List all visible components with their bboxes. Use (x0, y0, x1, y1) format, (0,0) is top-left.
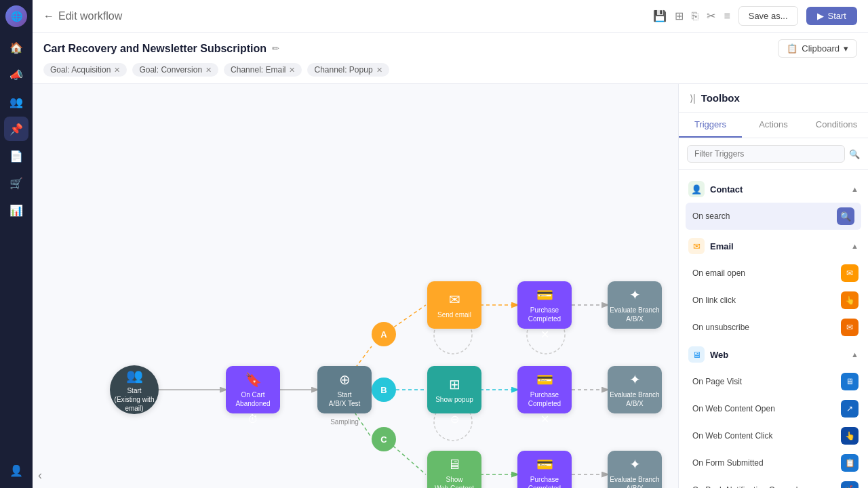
node-eval-2[interactable]: ✦ Evaluate BranchA/B/X (608, 366, 662, 413)
save-as-button[interactable]: Save as... (738, 6, 798, 26)
unsubscribe-label: On unsubscribe (692, 323, 834, 332)
connector-c: C (372, 427, 396, 451)
nav-forms[interactable]: 📄 (4, 144, 28, 168)
push-opened-label: On Push Notification Opened (692, 485, 834, 488)
clipboard-chevron-icon: ▾ (844, 43, 848, 54)
push-opened-icon: 📬 (841, 481, 859, 488)
tag-popup: Channel: Popup ✕ (307, 63, 389, 77)
top-bar: ← Edit workflow 💾 ⊞ ⎘ ✂ ≡ Save as... ▶ S… (33, 0, 868, 33)
tags-row: Goal: Acquisition ✕ Goal: Conversion ✕ C… (43, 63, 857, 77)
main-area: ← Edit workflow 💾 ⊞ ⎘ ✂ ≡ Save as... ▶ S… (33, 0, 868, 488)
canvas-collapse-button[interactable]: ‹ (38, 468, 42, 483)
item-page-visit[interactable]: On Page Visit 🖥 (679, 368, 868, 395)
top-bar-title: Edit workflow (58, 10, 122, 22)
nav-contacts[interactable]: 👥 (4, 89, 28, 114)
remove-tag-conversion[interactable]: ✕ (205, 66, 212, 75)
play-icon: ▶ (817, 11, 824, 21)
toolbox-header: ⟩| Toolbox (679, 84, 868, 113)
contact-chevron-icon: ▲ (851, 185, 859, 193)
toolbar-icons: 💾 ⊞ ⎘ ✂ ≡ (653, 9, 730, 22)
list-icon[interactable]: ≡ (724, 10, 730, 22)
remove-tag-email[interactable]: ✕ (289, 66, 295, 75)
section-web-label: Web (710, 350, 846, 360)
toolbox-body: 👤 Contact ▲ On search 🔍 ✉ Email (679, 170, 868, 488)
section-web-header[interactable]: 🖥 Web ▲ (679, 341, 868, 368)
email-open-icon: ✉ (841, 264, 859, 282)
node-start[interactable]: 👥 Start(Existing withemail) (110, 365, 159, 414)
node-ab-test[interactable]: ⊕ StartA/B/X Test Sampling (317, 366, 372, 413)
item-email-open[interactable]: On email open ✉ (679, 260, 868, 287)
toolbox-panel: ⟩| Toolbox Triggers Actions Conditions 🔍… (678, 84, 868, 488)
save-icon[interactable]: 💾 (653, 9, 667, 22)
item-link-click[interactable]: On link click 👆 (679, 287, 868, 314)
node-purchase-3[interactable]: 💳 PurchaseCompleted ✕ (517, 451, 572, 488)
unsubscribe-icon: ✉ (841, 319, 859, 336)
remove-tag-popup[interactable]: ✕ (376, 66, 382, 75)
tab-conditions[interactable]: Conditions (805, 113, 868, 138)
nav-home[interactable]: 🏠 (4, 35, 28, 60)
connector-b: B (372, 378, 396, 402)
back-button[interactable]: ← Edit workflow (43, 10, 122, 22)
item-push-opened[interactable]: On Push Notification Opened 📬 (679, 476, 868, 488)
on-search-icon: 🔍 (837, 207, 854, 225)
form-submitted-icon: 📋 (841, 454, 859, 472)
nav-analytics[interactable]: 📊 (4, 198, 28, 222)
node-purchase-2[interactable]: 💳 PurchaseCompleted ✕ (517, 366, 572, 413)
on-search-label: On search (692, 211, 830, 221)
form-submitted-label: On Form Submitted (692, 458, 834, 468)
web-content-click-label: On Web Content Click (692, 431, 834, 441)
node-show-popup[interactable]: ⊞ Show popup ⊖ (427, 366, 481, 413)
tag-conversion: Goal: Conversion ✕ (132, 63, 218, 77)
section-email-header[interactable]: ✉ Email ▲ (679, 232, 868, 260)
nav-user[interactable]: 👤 (4, 458, 28, 483)
web-content-click-icon: 👆 (841, 427, 859, 445)
node-eval-1[interactable]: ✦ Evaluate BranchA/B/X (608, 281, 662, 329)
toolbox-title: Toolbox (701, 92, 740, 104)
connector-a: A (372, 322, 396, 346)
node-purchase-1[interactable]: 💳 PurchaseCompleted ✕ (517, 281, 572, 329)
section-email-label: Email (710, 241, 846, 251)
item-form-submitted[interactable]: On Form Submitted 📋 (679, 449, 868, 476)
search-input[interactable] (687, 145, 845, 163)
page-visit-icon: 🖥 (841, 373, 859, 390)
toolbox-tabs: Triggers Actions Conditions (679, 113, 868, 138)
item-on-search[interactable]: On search 🔍 (686, 203, 861, 230)
cut-icon[interactable]: ✂ (707, 9, 715, 22)
node-send-email[interactable]: ✉ Send email (427, 281, 481, 329)
nav-logo: 🌐 (5, 5, 27, 27)
email-open-label: On email open (692, 268, 834, 278)
content-header: Cart Recovery and Newsletter Subscriptio… (33, 33, 868, 84)
link-click-icon: 👆 (841, 291, 859, 309)
copy-icon[interactable]: ⎘ (692, 10, 698, 22)
nav-broadcast[interactable]: 📣 (4, 62, 28, 87)
clipboard-button[interactable]: 📋 Clipboard ▾ (778, 39, 857, 58)
node-eval-3[interactable]: ✦ Evaluate BranchA/B/X (608, 451, 662, 488)
nav-ecommerce[interactable]: 🛒 (4, 171, 28, 195)
nav-workflow[interactable]: 📌 (4, 117, 28, 141)
email-icon: ✉ (688, 238, 705, 254)
page-visit-label: On Page Visit (692, 377, 834, 386)
web-content-open-label: On Web Content Open (692, 404, 834, 413)
canvas-svg (33, 84, 678, 488)
toolbox-search: 🔍 (679, 138, 868, 170)
grid-icon[interactable]: ⊞ (675, 9, 684, 22)
tab-actions[interactable]: Actions (742, 113, 805, 138)
start-button[interactable]: ▶ Start (806, 7, 857, 25)
web-content-open-icon: ↗ (841, 400, 859, 418)
tab-triggers[interactable]: Triggers (679, 113, 742, 138)
tag-email: Channel: Email ✕ (224, 63, 302, 77)
workflow-canvas[interactable]: 👥 Start(Existing withemail) 🔖 On CartAba… (33, 84, 678, 488)
item-web-content-open[interactable]: On Web Content Open ↗ (679, 395, 868, 422)
edit-title-icon[interactable]: ✏ (272, 43, 279, 54)
remove-tag-acquisition[interactable]: ✕ (114, 66, 120, 75)
back-icon: ← (43, 10, 54, 22)
web-icon: 🖥 (688, 346, 705, 363)
node-show-web-content[interactable]: 🖥 ShowWeb Content ⊖ (427, 451, 481, 488)
node-cart-abandoned[interactable]: 🔖 On CartAbandoned ⏱ (226, 366, 280, 413)
search-icon[interactable]: 🔍 (849, 149, 860, 159)
email-chevron-icon: ▲ (851, 242, 859, 250)
item-unsubscribe[interactable]: On unsubscribe ✉ (679, 314, 868, 341)
item-web-content-click[interactable]: On Web Content Click 👆 (679, 422, 868, 449)
toolbox-collapse-icon[interactable]: ⟩| (690, 93, 696, 104)
section-contact-header[interactable]: 👤 Contact ▲ (679, 176, 868, 203)
